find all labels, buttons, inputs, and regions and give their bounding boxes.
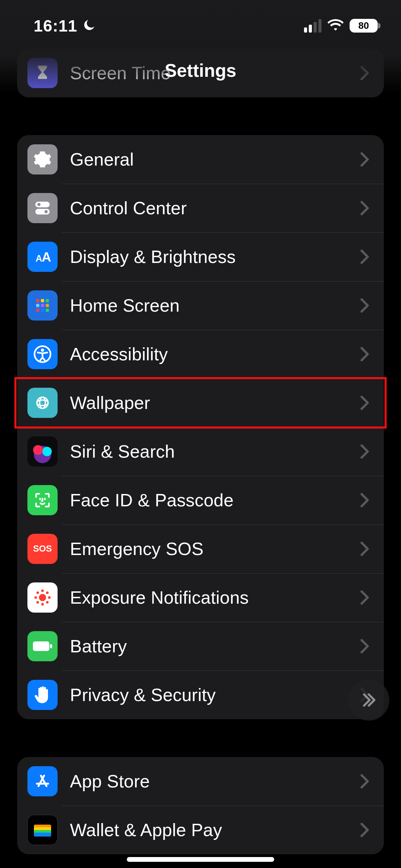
svg-rect-14 — [46, 309, 49, 312]
nav-bar: Settings — [0, 51, 401, 89]
svg-point-1 — [37, 203, 40, 206]
settings-scroll[interactable]: Screen Time General — [0, 0, 401, 868]
chevron-right-icon — [360, 639, 369, 654]
row-label: Siri & Search — [70, 441, 175, 462]
svg-point-3 — [45, 210, 48, 213]
svg-point-17 — [37, 397, 48, 409]
row-label: Wallpaper — [70, 393, 150, 413]
svg-point-16 — [41, 349, 44, 352]
text-size-icon: AA — [27, 242, 58, 272]
battery-level: 80 — [358, 20, 369, 31]
svg-point-18 — [37, 400, 48, 406]
page-title: Settings — [165, 60, 236, 81]
svg-rect-10 — [41, 304, 44, 307]
row-display-brightness[interactable]: AA Display & Brightness — [17, 232, 384, 281]
row-label: Privacy & Security — [70, 685, 216, 705]
row-accessibility[interactable]: Accessibility — [17, 330, 384, 378]
wallet-icon — [27, 815, 58, 845]
face-id-icon — [27, 485, 58, 515]
chevron-right-icon — [360, 493, 369, 508]
settings-group-2: General Control Center — [17, 135, 384, 719]
wifi-icon — [328, 19, 343, 33]
row-label: Accessibility — [70, 344, 168, 364]
svg-point-21 — [39, 594, 46, 601]
accessibility-icon — [27, 339, 58, 369]
row-label: Wallet & Apple Pay — [70, 820, 222, 840]
svg-rect-35 — [34, 833, 51, 837]
svg-point-23 — [41, 603, 44, 605]
svg-point-25 — [48, 596, 50, 599]
svg-point-28 — [36, 601, 39, 603]
chevron-right-icon — [360, 152, 369, 167]
row-label: Home Screen — [70, 295, 180, 316]
svg-rect-12 — [36, 309, 39, 312]
chevron-right-icon — [360, 590, 369, 605]
battery-indicator: 80 — [350, 19, 378, 33]
svg-rect-13 — [41, 309, 44, 312]
row-label: Battery — [70, 636, 127, 656]
chevron-right-icon — [360, 249, 369, 264]
svg-point-27 — [46, 591, 48, 594]
row-label: Emergency SOS — [70, 539, 204, 559]
home-screen-icon — [27, 290, 58, 321]
row-label: Face ID & Passcode — [70, 490, 234, 510]
svg-point-26 — [36, 591, 39, 594]
sos-icon: SOS — [27, 534, 58, 564]
status-time: 16:11 — [34, 16, 77, 35]
svg-text:A: A — [36, 253, 42, 264]
row-general[interactable]: General — [17, 135, 384, 184]
svg-rect-30 — [33, 641, 49, 651]
battery-icon — [27, 631, 58, 661]
row-face-id[interactable]: Face ID & Passcode — [17, 476, 384, 525]
svg-rect-8 — [46, 299, 49, 302]
status-left: 16:11 — [34, 16, 96, 35]
row-home-screen[interactable]: Home Screen — [17, 281, 384, 330]
status-bar: 16:11 80 — [0, 0, 401, 51]
scroll-fab[interactable] — [348, 679, 389, 721]
row-label: Control Center — [70, 198, 187, 218]
wallpaper-icon — [27, 388, 58, 418]
row-siri-search[interactable]: Siri & Search — [17, 427, 384, 476]
svg-text:A: A — [42, 250, 51, 264]
row-control-center[interactable]: Control Center — [17, 184, 384, 232]
toggles-icon — [27, 193, 58, 223]
row-battery[interactable]: Battery — [17, 622, 384, 671]
svg-rect-7 — [41, 299, 44, 302]
cellular-icon — [304, 19, 321, 33]
app-store-icon — [27, 766, 58, 796]
siri-icon — [27, 436, 58, 467]
chevron-right-icon — [360, 201, 369, 216]
chevron-right-icon — [360, 774, 369, 789]
svg-point-22 — [41, 589, 44, 592]
screen: Screen Time General — [0, 0, 401, 868]
row-label: Display & Brightness — [70, 246, 236, 267]
exposure-icon — [27, 582, 58, 613]
svg-rect-11 — [46, 304, 49, 307]
row-app-store[interactable]: App Store — [17, 757, 384, 806]
chevron-right-icon — [360, 298, 369, 313]
svg-text:SOS: SOS — [33, 543, 52, 554]
settings-group-3: App Store Wallet & Apple Pay — [17, 757, 384, 854]
row-label: App Store — [70, 771, 150, 792]
row-wallpaper[interactable]: Wallpaper — [17, 378, 384, 427]
svg-rect-9 — [36, 304, 39, 307]
row-privacy-security[interactable]: Privacy & Security — [17, 671, 384, 719]
chevron-right-icon — [360, 541, 369, 556]
status-right: 80 — [304, 19, 378, 33]
svg-rect-6 — [36, 299, 39, 302]
svg-point-19 — [40, 397, 45, 409]
row-emergency-sos[interactable]: SOS Emergency SOS — [17, 525, 384, 573]
settings-content: Screen Time General — [0, 49, 401, 854]
svg-point-29 — [46, 601, 48, 603]
row-wallet-apple-pay[interactable]: Wallet & Apple Pay — [17, 806, 384, 854]
row-label: General — [70, 149, 134, 170]
row-exposure-notifications[interactable]: Exposure Notifications — [17, 573, 384, 622]
hand-icon — [27, 680, 58, 710]
svg-rect-31 — [50, 644, 52, 648]
chevron-right-icon — [360, 822, 369, 837]
chevron-right-icon — [360, 395, 369, 410]
svg-point-24 — [34, 596, 37, 599]
moon-icon — [82, 18, 96, 33]
gear-icon — [27, 144, 58, 174]
row-label: Exposure Notifications — [70, 587, 249, 608]
